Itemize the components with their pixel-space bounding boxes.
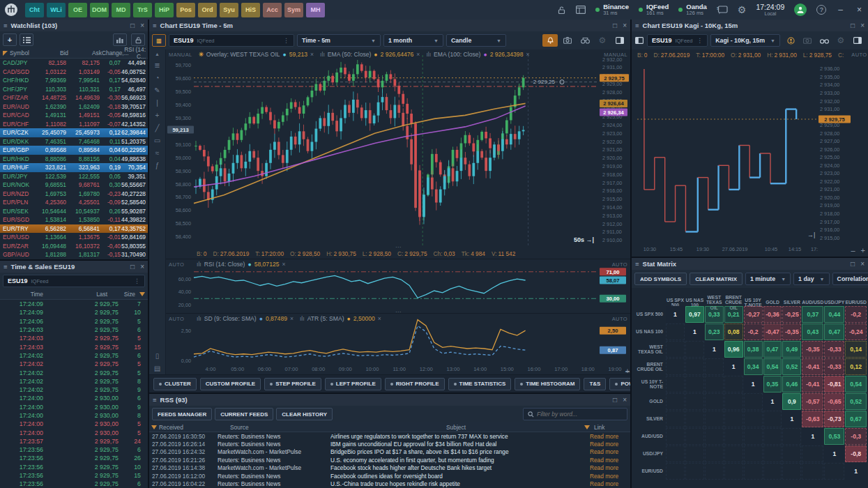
rss-filter[interactable]	[523, 408, 627, 420]
matrix-cell[interactable]: -0,25	[782, 306, 801, 323]
matrix-cell[interactable]: 0,33	[705, 306, 724, 323]
matrix-cell[interactable]: -0,73	[824, 411, 844, 427]
panel-menu-icon[interactable]: ≡	[635, 260, 639, 268]
time-sales-row[interactable]: 17:24:022 929,756	[0, 351, 148, 360]
matrix-cell[interactable]: 0,34	[744, 358, 763, 375]
matrix-cell[interactable]	[666, 445, 685, 462]
side-panel-icon[interactable]	[612, 34, 627, 47]
matrix-cell[interactable]	[763, 411, 782, 427]
matrix-cell[interactable]	[724, 393, 743, 410]
chart-symbol-selector[interactable]: ESU19IQFeed⋮	[169, 34, 294, 47]
app-button-syu[interactable]: Syu	[220, 3, 238, 17]
watchlist-row-eur-sgd[interactable]: EUR/SGD1,538141,53850-0,1144,39822	[0, 215, 148, 224]
time-sales-row[interactable]: 17:23:562 929,7526	[0, 454, 148, 462]
trash-icon[interactable]: ▯	[155, 352, 160, 360]
vertical-line-tool-icon[interactable]: |	[156, 99, 158, 107]
time-statistics-button[interactable]: TIME STATISTICS	[448, 378, 512, 390]
time-histogram-button[interactable]: TIME HISTOGRAM	[515, 378, 580, 390]
matrix-cell[interactable]: 1	[724, 358, 743, 375]
rectangle-tool-icon[interactable]: ▭	[154, 137, 160, 144]
matrix-cell[interactable]	[705, 376, 724, 392]
matrix-cell[interactable]: -0,63	[802, 411, 823, 427]
time-sales-row[interactable]: 17:24:022 929,759	[0, 386, 148, 394]
matrix-cell[interactable]: 0,54	[845, 376, 867, 392]
read-more-link[interactable]: Read more	[590, 480, 630, 487]
app-button-ord[interactable]: Ord	[198, 3, 217, 17]
rss-row[interactable]: 27.06.2019 16:04:22Reuters: Business New…	[149, 480, 630, 487]
matrix-cell[interactable]	[666, 341, 685, 358]
close-icon[interactable]: ×	[140, 22, 144, 29]
app-button-mh[interactable]: MH	[306, 3, 325, 17]
matrix-cell[interactable]: 1	[782, 411, 801, 427]
watchlist-row-eur-aud[interactable]: EUR/AUD1,623901,62409-0,1839,70517	[0, 102, 148, 112]
matrix-cell[interactable]: 0,08	[724, 323, 743, 340]
matrix-cell[interactable]: -0,81	[824, 376, 844, 392]
matrix-cell[interactable]	[666, 323, 685, 340]
alert-tool-icon[interactable]: ◔	[155, 74, 159, 82]
layers-tool-icon[interactable]: ≣	[154, 61, 160, 69]
time-sales-row[interactable]: 17:24:002 930,009	[0, 403, 148, 411]
watchlist-row-eur-zar[interactable]: EUR/ZAR16,0944816,10372-0,4053,80355	[0, 242, 148, 251]
time-sales-row[interactable]: 17:24:092 929,757	[0, 300, 148, 308]
maximize-icon[interactable]: □	[613, 396, 617, 404]
app-button-md[interactable]: MD	[112, 3, 130, 17]
matrix-cell[interactable]: -0,27	[744, 306, 763, 323]
cross-tool-icon[interactable]: +	[155, 112, 160, 119]
matrix-cell[interactable]: -0,33	[824, 341, 844, 358]
rss-header[interactable]: Received Source Subject Link	[149, 422, 630, 432]
zoom-in-icon[interactable]: +	[861, 246, 865, 254]
maximize-icon[interactable]: □	[851, 22, 855, 29]
matrix-cell[interactable]	[705, 358, 724, 375]
connection-oanda[interactable]: Oanda126 ms	[678, 3, 707, 16]
matrix-cell[interactable]: 0,37	[802, 306, 823, 323]
matrix-cell[interactable]	[666, 411, 685, 427]
matrix-cell[interactable]: -0,35	[782, 323, 801, 340]
read-more-link[interactable]: Read more	[590, 441, 630, 448]
time-sales-row[interactable]: 17:24:062 929,755	[0, 317, 148, 326]
time-sales-row[interactable]: 17:23:562 929,7515	[0, 471, 148, 480]
right-profile-button[interactable]: RIGHT PROFILE	[385, 378, 445, 390]
time-sales-row[interactable]: 17:24:022 929,755	[0, 360, 148, 368]
matrix-cell[interactable]: 0,54	[763, 358, 782, 375]
settings-gear-icon[interactable]: ⚙	[738, 4, 747, 15]
kagi-pane[interactable]: 2 936,002 935,002 934,002 933,002 932,00…	[632, 60, 868, 257]
panel-menu-icon[interactable]: ≡	[3, 263, 8, 270]
matrix-cell[interactable]: 0,47	[763, 341, 782, 358]
layout-icon[interactable]	[576, 6, 586, 14]
matrix-cell[interactable]: -0,36	[763, 306, 782, 323]
close-icon[interactable]: ×	[140, 263, 144, 270]
matrix-cell[interactable]: 0,46	[782, 376, 801, 392]
watchlist-row-eur-huf[interactable]: EUR/HUF323,821323,9630,1970,354	[0, 163, 148, 172]
time-sales-row[interactable]: 17:24:032 929,755	[0, 334, 148, 342]
app-button-acc[interactable]: Acc	[263, 3, 282, 17]
chat-icon[interactable]: $	[717, 6, 728, 15]
time-sales-row[interactable]: 17:24:022 929,755	[0, 368, 148, 376]
matrix-cell[interactable]	[763, 463, 782, 480]
feeds-manager-button[interactable]: FEEDS MANAGER	[152, 408, 212, 420]
watchlist-row-eur-nok[interactable]: EUR/NOK9,685519,687610,3056,55667	[0, 181, 148, 190]
rss-row[interactable]: 27.06.2019 16:26:14Reuters: Business New…	[149, 440, 630, 448]
watchlist-row-eur-cad[interactable]: EUR/CAD1,491311,49151-0,0549,59816	[0, 111, 148, 120]
time-sales-row[interactable]: 17:23:562 929,756	[0, 480, 148, 488]
left-profile-button[interactable]: LEFT PROFILE	[325, 378, 381, 390]
time-sales-row[interactable]: 17:24:002 930,008	[0, 411, 148, 420]
matrix-cell[interactable]: 0,12	[845, 358, 867, 375]
matrix-cell[interactable]	[802, 463, 823, 480]
rss-row[interactable]: 27.06.2019 16:14:38MarketWatch.com - Mar…	[149, 464, 630, 472]
period-select[interactable]: 1 minute▼	[745, 273, 791, 285]
time-sales-row[interactable]: 17:24:092 929,7510	[0, 308, 148, 317]
cluster-button[interactable]: CLUSTER	[153, 378, 197, 390]
matrix-cell[interactable]: 0,67	[845, 411, 867, 427]
matrix-cell[interactable]	[744, 463, 763, 480]
matrix-cell[interactable]	[685, 428, 704, 445]
matrix-cell[interactable]: -0,35	[802, 341, 823, 358]
time-sales-row[interactable]: 17:23:562 929,7510	[0, 463, 148, 471]
matrix-cell[interactable]: 1	[763, 393, 782, 410]
matrix-cell[interactable]	[763, 428, 782, 445]
matrix-cell[interactable]: 1	[802, 428, 823, 445]
scale-mode-label[interactable]: AUTO	[851, 52, 867, 58]
close-icon[interactable]: ×	[623, 396, 627, 404]
step-profile-button[interactable]: STEP PROFILE	[264, 378, 321, 390]
watchlist-row-chf-zar[interactable]: CHF/ZAR14,4872514,49639-0,3056,66923	[0, 93, 148, 102]
matrix-cell[interactable]	[802, 445, 823, 462]
